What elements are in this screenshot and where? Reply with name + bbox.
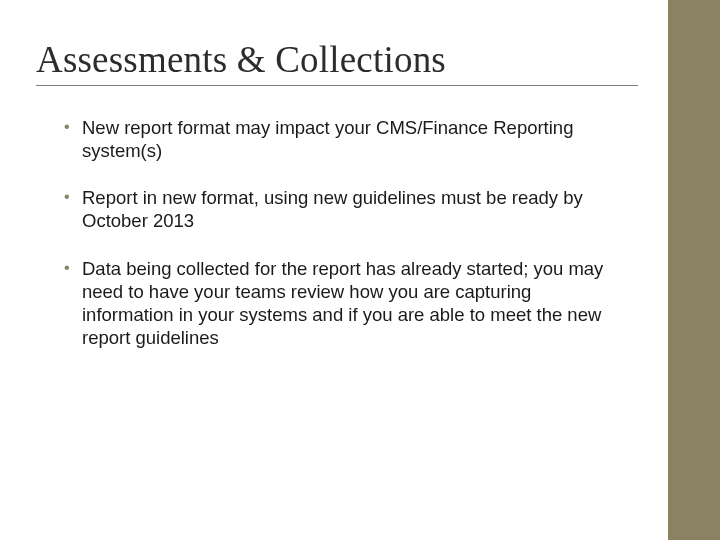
list-item: Data being collected for the report has … xyxy=(64,257,624,350)
list-item: Report in new format, using new guidelin… xyxy=(64,186,624,232)
bullet-list: New report format may impact your CMS/Fi… xyxy=(36,116,638,349)
title-underline xyxy=(36,85,638,86)
side-accent-band xyxy=(668,0,720,540)
slide-content: Assessments & Collections New report for… xyxy=(0,0,668,373)
list-item: New report format may impact your CMS/Fi… xyxy=(64,116,624,162)
slide-title: Assessments & Collections xyxy=(36,38,638,81)
